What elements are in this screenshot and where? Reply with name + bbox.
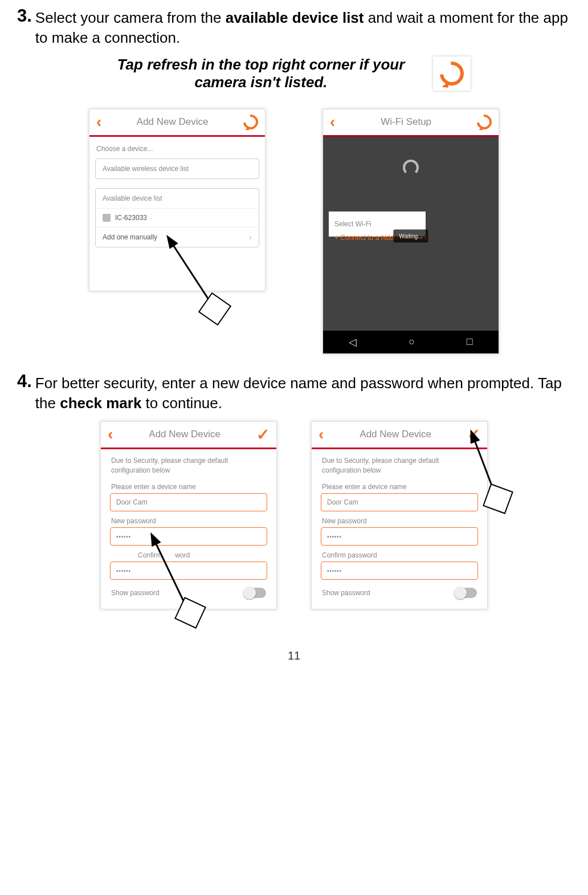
step-number: 3. <box>17 6 32 48</box>
step-4: 4. For better security, enter a new devi… <box>17 371 571 413</box>
step-number: 4. <box>17 371 32 413</box>
add-manually-row[interactable]: Add one manually › <box>96 227 259 247</box>
text: Select your camera from the <box>35 9 226 26</box>
show-password-row: Show password <box>312 580 487 606</box>
confirm-label: Confirm word <box>101 546 276 562</box>
tip-line1: Tap refresh in the top right corner if y… <box>117 56 405 74</box>
chevron-right-icon: › <box>249 233 252 242</box>
app-header: ‹ Add New Device ✓ <box>101 422 276 449</box>
step-3: 3. Select your camera from the available… <box>17 6 571 48</box>
waiting-toast: Waiting... <box>393 230 428 243</box>
confirm-label: Confirm password <box>312 546 487 562</box>
refresh-icon-box <box>433 56 471 91</box>
tip-line2: camera isn't listed. <box>117 74 405 91</box>
refresh-icon[interactable] <box>474 112 495 133</box>
show-password-toggle[interactable] <box>455 588 477 598</box>
screenshots-row-2: ‹ Add New Device ✓ Due to Security, plea… <box>17 421 571 609</box>
name-label: Please enter a device name <box>101 477 276 493</box>
svg-line-0 <box>172 243 215 309</box>
select-wifi-label: Select Wi-Fi <box>334 220 371 228</box>
header-title: Wi-Fi Setup <box>381 116 431 128</box>
show-password-label: Show password <box>111 589 160 597</box>
device-card: Available device list IC-623033 Add one … <box>95 188 259 247</box>
password-input[interactable] <box>110 527 267 546</box>
header-title: Add New Device <box>137 116 209 128</box>
bold-text: check mark <box>60 394 141 412</box>
step-4-text: For better security, enter a new device … <box>35 371 571 413</box>
security-note: Due to Security, please change default c… <box>101 449 276 478</box>
choose-label: Choose a device... <box>89 137 265 156</box>
confirm-input[interactable] <box>110 562 267 580</box>
refresh-icon[interactable] <box>240 112 262 133</box>
phone-add-device: ‹ Add New Device Choose a device... Avai… <box>89 109 266 291</box>
refresh-icon <box>435 57 469 91</box>
android-navbar: ◁ ○ □ <box>323 331 499 353</box>
text: to continue. <box>141 394 222 412</box>
device-row[interactable]: IC-623033 <box>96 208 259 227</box>
phone-security-right: ‹ Add New Device ✓ Due to Security, plea… <box>311 421 488 609</box>
device-name-input[interactable]: Door Cam <box>321 493 478 511</box>
check-icon[interactable]: ✓ <box>467 425 480 444</box>
show-password-row: Show password <box>101 580 276 606</box>
wireless-card: Available wireless device list <box>95 158 259 179</box>
tip-text: Tap refresh in the top right corner if y… <box>117 56 405 91</box>
password-input[interactable] <box>321 527 478 546</box>
nav-home-icon[interactable]: ○ <box>409 336 415 348</box>
wireless-header: Available wireless device list <box>96 159 259 178</box>
bold-text: available device list <box>226 9 364 26</box>
nav-back-icon[interactable]: ◁ <box>349 336 357 348</box>
confirm-input[interactable] <box>321 562 478 580</box>
app-header: ‹ Wi-Fi Setup <box>323 109 499 137</box>
loading-spinner <box>403 160 419 176</box>
phone-wifi-setup: ‹ Wi-Fi Setup Select Wi-Fi + Connect to … <box>322 109 499 354</box>
tip-row: Tap refresh in the top right corner if y… <box>17 56 571 91</box>
name-label: Please enter a device name <box>312 477 487 493</box>
security-note: Due to Security, please change default c… <box>312 449 487 478</box>
app-header: ‹ Add New Device <box>89 109 265 137</box>
back-icon[interactable]: ‹ <box>108 425 113 444</box>
device-id: IC-623033 <box>115 214 147 222</box>
device-header: Available device list <box>96 189 259 208</box>
svg-rect-5 <box>483 484 512 513</box>
password-label: New password <box>312 511 487 527</box>
page-number: 11 <box>17 649 571 662</box>
header-title: Add New Device <box>149 429 220 440</box>
back-icon[interactable]: ‹ <box>96 113 101 131</box>
show-password-label: Show password <box>322 589 370 597</box>
add-manually-label: Add one manually <box>103 233 157 241</box>
back-icon[interactable]: ‹ <box>318 425 324 444</box>
screenshots-row-1: ‹ Add New Device Choose a device... Avai… <box>17 109 571 354</box>
device-name-input[interactable]: Door Cam <box>110 493 267 511</box>
app-header: ‹ Add New Device ✓ <box>312 422 487 449</box>
header-title: Add New Device <box>360 429 431 440</box>
back-icon[interactable]: ‹ <box>330 113 335 131</box>
phone-security-left: ‹ Add New Device ✓ Due to Security, plea… <box>100 421 277 609</box>
camera-icon <box>103 214 111 222</box>
password-label: New password <box>101 511 276 527</box>
step-3-text: Select your camera from the available de… <box>35 6 571 48</box>
svg-rect-1 <box>199 293 231 325</box>
show-password-toggle[interactable] <box>244 588 266 598</box>
nav-recent-icon[interactable]: □ <box>467 336 473 348</box>
check-icon[interactable]: ✓ <box>256 425 270 444</box>
